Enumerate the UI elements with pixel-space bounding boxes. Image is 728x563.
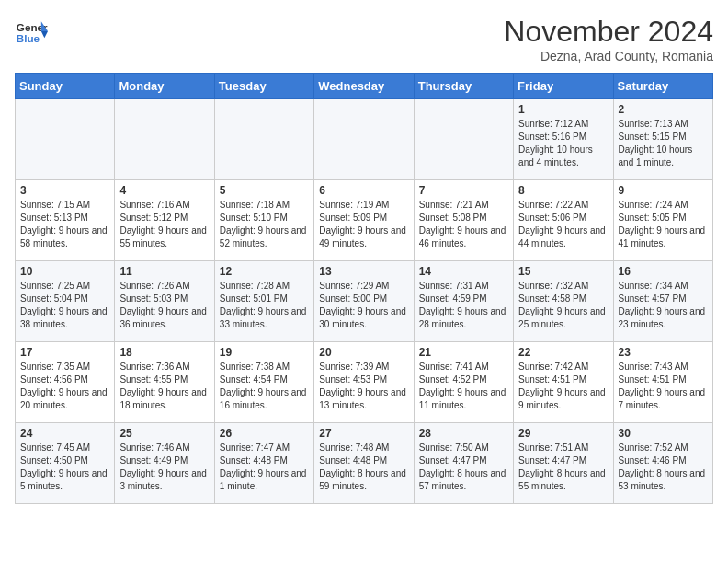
svg-marker-3: [41, 31, 48, 38]
day-number: 7: [419, 184, 508, 197]
title-area: November 2024 Dezna, Arad County, Romani…: [504, 15, 713, 63]
calendar-cell: 26Sunrise: 7:47 AM Sunset: 4:48 PM Dayli…: [214, 423, 313, 504]
day-number: 8: [518, 184, 608, 197]
calendar-cell: 19Sunrise: 7:38 AM Sunset: 4:54 PM Dayli…: [214, 342, 313, 423]
day-number: 24: [20, 427, 109, 440]
day-info: Sunrise: 7:34 AM Sunset: 4:57 PM Dayligh…: [619, 280, 708, 331]
calendar-cell: 13Sunrise: 7:29 AM Sunset: 5:00 PM Dayli…: [314, 261, 414, 342]
calendar-cell: [314, 99, 414, 180]
calendar-cell: 28Sunrise: 7:50 AM Sunset: 4:47 PM Dayli…: [414, 423, 513, 504]
calendar-cell: 18Sunrise: 7:36 AM Sunset: 4:55 PM Dayli…: [115, 342, 214, 423]
logo-icon: General Blue: [15, 15, 48, 48]
calendar-cell: 24Sunrise: 7:45 AM Sunset: 4:50 PM Dayli…: [16, 423, 115, 504]
week-row-4: 17Sunrise: 7:35 AM Sunset: 4:56 PM Dayli…: [16, 342, 713, 423]
day-number: 22: [518, 346, 608, 359]
weekday-header-wednesday: Wednesday: [314, 74, 414, 99]
day-number: 15: [518, 265, 608, 278]
calendar-cell: 12Sunrise: 7:28 AM Sunset: 5:01 PM Dayli…: [214, 261, 313, 342]
day-info: Sunrise: 7:28 AM Sunset: 5:01 PM Dayligh…: [220, 280, 309, 331]
weekday-header-row: SundayMondayTuesdayWednesdayThursdayFrid…: [16, 74, 713, 99]
day-info: Sunrise: 7:13 AM Sunset: 5:15 PM Dayligh…: [619, 118, 708, 169]
day-info: Sunrise: 7:43 AM Sunset: 4:51 PM Dayligh…: [619, 361, 708, 412]
day-info: Sunrise: 7:38 AM Sunset: 4:54 PM Dayligh…: [220, 361, 309, 412]
calendar-cell: 1Sunrise: 7:12 AM Sunset: 5:16 PM Daylig…: [514, 99, 613, 180]
calendar-cell: 27Sunrise: 7:48 AM Sunset: 4:48 PM Dayli…: [314, 423, 414, 504]
day-number: 4: [119, 184, 209, 197]
calendar-cell: 5Sunrise: 7:18 AM Sunset: 5:10 PM Daylig…: [214, 180, 313, 261]
day-number: 2: [619, 103, 708, 116]
day-info: Sunrise: 7:35 AM Sunset: 4:56 PM Dayligh…: [20, 361, 109, 412]
weekday-header-monday: Monday: [115, 74, 214, 99]
calendar-cell: 21Sunrise: 7:41 AM Sunset: 4:52 PM Dayli…: [414, 342, 513, 423]
day-info: Sunrise: 7:31 AM Sunset: 4:59 PM Dayligh…: [419, 280, 508, 331]
day-number: 5: [220, 184, 309, 197]
day-number: 19: [220, 346, 309, 359]
day-number: 28: [419, 427, 508, 440]
day-info: Sunrise: 7:22 AM Sunset: 5:06 PM Dayligh…: [518, 199, 608, 250]
calendar-cell: 30Sunrise: 7:52 AM Sunset: 4:46 PM Dayli…: [613, 423, 712, 504]
day-info: Sunrise: 7:41 AM Sunset: 4:52 PM Dayligh…: [419, 361, 508, 412]
day-info: Sunrise: 7:24 AM Sunset: 5:05 PM Dayligh…: [619, 199, 708, 250]
day-number: 16: [619, 265, 708, 278]
day-info: Sunrise: 7:39 AM Sunset: 4:53 PM Dayligh…: [319, 361, 408, 412]
day-number: 11: [119, 265, 209, 278]
day-info: Sunrise: 7:19 AM Sunset: 5:09 PM Dayligh…: [319, 199, 408, 250]
day-number: 6: [319, 184, 408, 197]
day-number: 29: [518, 427, 608, 440]
day-info: Sunrise: 7:18 AM Sunset: 5:10 PM Dayligh…: [220, 199, 309, 250]
week-row-2: 3Sunrise: 7:15 AM Sunset: 5:13 PM Daylig…: [16, 180, 713, 261]
weekday-header-sunday: Sunday: [16, 74, 115, 99]
location-subtitle: Dezna, Arad County, Romania: [504, 49, 713, 63]
day-info: Sunrise: 7:47 AM Sunset: 4:48 PM Dayligh…: [220, 442, 309, 493]
weekday-header-saturday: Saturday: [613, 74, 712, 99]
day-info: Sunrise: 7:48 AM Sunset: 4:48 PM Dayligh…: [319, 442, 408, 493]
day-number: 17: [20, 346, 109, 359]
calendar-cell: 16Sunrise: 7:34 AM Sunset: 4:57 PM Dayli…: [613, 261, 712, 342]
header: General Blue November 2024 Dezna, Arad C…: [15, 15, 713, 63]
day-info: Sunrise: 7:16 AM Sunset: 5:12 PM Dayligh…: [119, 199, 209, 250]
day-info: Sunrise: 7:46 AM Sunset: 4:49 PM Dayligh…: [119, 442, 209, 493]
day-number: 21: [419, 346, 508, 359]
week-row-1: 1Sunrise: 7:12 AM Sunset: 5:16 PM Daylig…: [16, 99, 713, 180]
calendar-cell: 9Sunrise: 7:24 AM Sunset: 5:05 PM Daylig…: [613, 180, 712, 261]
calendar-table: SundayMondayTuesdayWednesdayThursdayFrid…: [15, 73, 713, 504]
calendar-cell: [214, 99, 313, 180]
day-number: 14: [419, 265, 508, 278]
calendar-cell: 2Sunrise: 7:13 AM Sunset: 5:15 PM Daylig…: [613, 99, 712, 180]
day-number: 10: [20, 265, 109, 278]
day-number: 26: [220, 427, 309, 440]
day-number: 30: [619, 427, 708, 440]
day-number: 18: [119, 346, 209, 359]
day-number: 1: [518, 103, 608, 116]
day-info: Sunrise: 7:52 AM Sunset: 4:46 PM Dayligh…: [619, 442, 708, 493]
calendar-cell: 10Sunrise: 7:25 AM Sunset: 5:04 PM Dayli…: [16, 261, 115, 342]
day-number: 25: [119, 427, 209, 440]
calendar-cell: 20Sunrise: 7:39 AM Sunset: 4:53 PM Dayli…: [314, 342, 414, 423]
day-info: Sunrise: 7:25 AM Sunset: 5:04 PM Dayligh…: [20, 280, 109, 331]
calendar-cell: [115, 99, 214, 180]
day-info: Sunrise: 7:12 AM Sunset: 5:16 PM Dayligh…: [518, 118, 608, 169]
calendar-cell: 17Sunrise: 7:35 AM Sunset: 4:56 PM Dayli…: [16, 342, 115, 423]
calendar-cell: 7Sunrise: 7:21 AM Sunset: 5:08 PM Daylig…: [414, 180, 513, 261]
day-number: 12: [220, 265, 309, 278]
day-number: 13: [319, 265, 408, 278]
day-info: Sunrise: 7:32 AM Sunset: 4:58 PM Dayligh…: [518, 280, 608, 331]
day-info: Sunrise: 7:15 AM Sunset: 5:13 PM Dayligh…: [20, 199, 109, 250]
day-number: 9: [619, 184, 708, 197]
day-info: Sunrise: 7:36 AM Sunset: 4:55 PM Dayligh…: [119, 361, 209, 412]
calendar-cell: 4Sunrise: 7:16 AM Sunset: 5:12 PM Daylig…: [115, 180, 214, 261]
calendar-cell: [414, 99, 513, 180]
calendar-cell: 3Sunrise: 7:15 AM Sunset: 5:13 PM Daylig…: [16, 180, 115, 261]
week-row-3: 10Sunrise: 7:25 AM Sunset: 5:04 PM Dayli…: [16, 261, 713, 342]
weekday-header-tuesday: Tuesday: [214, 74, 313, 99]
logo: General Blue: [15, 15, 48, 48]
day-info: Sunrise: 7:45 AM Sunset: 4:50 PM Dayligh…: [20, 442, 109, 493]
weekday-header-friday: Friday: [514, 74, 613, 99]
calendar-cell: 29Sunrise: 7:51 AM Sunset: 4:47 PM Dayli…: [514, 423, 613, 504]
calendar-cell: 8Sunrise: 7:22 AM Sunset: 5:06 PM Daylig…: [514, 180, 613, 261]
calendar-cell: 11Sunrise: 7:26 AM Sunset: 5:03 PM Dayli…: [115, 261, 214, 342]
svg-text:Blue: Blue: [17, 32, 40, 44]
day-number: 20: [319, 346, 408, 359]
week-row-5: 24Sunrise: 7:45 AM Sunset: 4:50 PM Dayli…: [16, 423, 713, 504]
day-info: Sunrise: 7:21 AM Sunset: 5:08 PM Dayligh…: [419, 199, 508, 250]
